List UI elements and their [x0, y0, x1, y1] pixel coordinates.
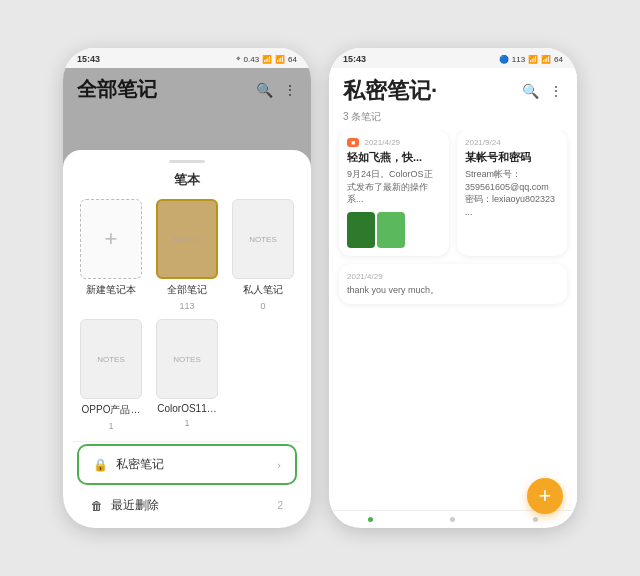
- right-signal-text: 113: [512, 55, 525, 64]
- note-date-tag-1: ■: [347, 138, 359, 147]
- phones-container: 15:43 ⌖ 0.43 📶 📶 64 全部笔记 🔍 ⋮: [63, 48, 577, 528]
- right-status-bar: 15:43 🔵 113 📶 📶 64: [329, 48, 577, 68]
- delete-count: 2: [277, 500, 283, 511]
- left-status-icons: ⌖ 0.43 📶 📶 64: [236, 54, 297, 64]
- note-preview-2: Stream帐号：359561605@qq.com 密码：lexiaoyu802…: [465, 168, 559, 218]
- notebook-cover-private: NOTES: [232, 199, 294, 279]
- signal-text: 0.43: [244, 55, 260, 64]
- right-wifi-icon: 📶: [528, 55, 538, 64]
- notebook-label-private: 私人笔记: [243, 283, 283, 297]
- notebook-count-coloros: 1: [184, 418, 189, 428]
- plus-icon: +: [105, 226, 118, 252]
- note-image-light: [377, 212, 405, 248]
- menu-item-private-notes[interactable]: 🔒 私密笔记 ›: [77, 444, 297, 485]
- notebook-cover-text-all: NOTES: [173, 235, 201, 244]
- menu-item-recent-delete[interactable]: 🗑 最近删除 2: [77, 487, 297, 524]
- notebook-label-new: 新建笔记本: [86, 283, 136, 297]
- notes-count: 3 条笔记: [329, 110, 577, 130]
- notebook-cover-coloros: NOTES: [156, 319, 218, 399]
- notes-list: ■ 2021/4/29 轻如飞燕，快... 9月24日。ColorOS正式发布了…: [329, 130, 577, 510]
- note-card-3[interactable]: 2021/4/29 thank you very much。: [339, 264, 567, 305]
- notebook-item-new[interactable]: + 新建笔记本: [77, 199, 145, 311]
- right-battery-icon: 64: [554, 55, 563, 64]
- note-title-2: 某帐号和密码: [465, 150, 559, 165]
- nav-dot-1[interactable]: [368, 517, 373, 522]
- left-phone: 15:43 ⌖ 0.43 📶 📶 64 全部笔记 🔍 ⋮: [63, 48, 311, 528]
- modal-handle[interactable]: [169, 160, 205, 163]
- notebook-modal: 笔本 + 新建笔记本 NOTES 全部笔记: [63, 150, 311, 526]
- right-search-icon[interactable]: 🔍: [522, 83, 539, 99]
- notes-row-1: ■ 2021/4/29 轻如飞燕，快... 9月24日。ColorOS正式发布了…: [339, 130, 567, 256]
- lock-icon: 🔒: [93, 458, 108, 472]
- note-card-1[interactable]: ■ 2021/4/29 轻如飞燕，快... 9月24日。ColorOS正式发布了…: [339, 130, 449, 256]
- notebook-item-oppo[interactable]: NOTES OPPO产品… 1: [77, 319, 145, 431]
- notebook-cover-oppo: NOTES: [80, 319, 142, 399]
- note-date-2: 2021/9/24: [465, 138, 559, 147]
- menu-label-delete: 最近删除: [111, 497, 159, 514]
- notebook-count-all: 113: [179, 301, 194, 311]
- battery-icon: 64: [288, 55, 297, 64]
- note-title-1: 轻如飞燕，快...: [347, 150, 441, 165]
- nav-dot-3[interactable]: [533, 517, 538, 522]
- note-preview-1: 9月24日。ColorOS正式发布了最新的操作系...: [347, 168, 441, 206]
- notebook-count-private: 0: [260, 301, 265, 311]
- right-main: 私密笔记· 🔍 ⋮ 3 条笔记 ■ 2021/4/29 轻如飞燕，快: [329, 68, 577, 526]
- bottom-menu: 🔒 私密笔记 › 🗑 最近删除 2: [73, 441, 301, 524]
- nav-dot-2[interactable]: [450, 517, 455, 522]
- menu-label-private: 私密笔记: [116, 456, 164, 473]
- notebook-label-oppo: OPPO产品…: [82, 403, 141, 417]
- right-header-icons: 🔍 ⋮: [522, 83, 563, 99]
- chevron-right-icon: ›: [277, 459, 281, 471]
- notebook-count-oppo: 1: [108, 421, 113, 431]
- note-date-3: 2021/4/29: [347, 272, 559, 281]
- notebook-cover-all: NOTES: [156, 199, 218, 279]
- bluetooth-icon: ⌖: [236, 54, 241, 64]
- notebook-cover-text-coloros: NOTES: [173, 355, 201, 364]
- right-bluetooth-icon: 🔵: [499, 55, 509, 64]
- right-header: 私密笔记· 🔍 ⋮: [329, 68, 577, 110]
- notebook-cover-new: +: [80, 199, 142, 279]
- notebook-item-private[interactable]: NOTES 私人笔记 0: [229, 199, 297, 311]
- note-image-dark: [347, 212, 375, 248]
- trash-icon: 🗑: [91, 499, 103, 513]
- notebook-item-all[interactable]: NOTES 全部笔记 113: [153, 199, 221, 311]
- left-main: 全部笔记 🔍 ⋮ 笔本 + 新建笔记本: [63, 68, 311, 526]
- signal-icon: 📶: [275, 55, 285, 64]
- note-date-1: ■ 2021/4/29: [347, 138, 441, 147]
- right-phone: 15:43 🔵 113 📶 📶 64 私密笔记· 🔍 ⋮ 3 条笔记: [329, 48, 577, 528]
- notebook-label-coloros: ColorOS11…: [157, 403, 216, 414]
- notebook-item-coloros[interactable]: NOTES ColorOS11… 1: [153, 319, 221, 431]
- fab-plus-icon: +: [539, 483, 552, 509]
- notes-row-2: 2021/4/29 thank you very much。: [339, 264, 567, 305]
- notebooks-grid: + 新建笔记本 NOTES 全部笔记 113: [73, 199, 301, 431]
- left-time: 15:43: [77, 54, 100, 64]
- note-image-area-1: [347, 212, 441, 248]
- notebook-cover-text-oppo: NOTES: [97, 355, 125, 364]
- right-page-title: 私密笔记·: [343, 76, 522, 106]
- notebook-cover-text-private: NOTES: [249, 235, 277, 244]
- left-status-bar: 15:43 ⌖ 0.43 📶 📶 64: [63, 48, 311, 68]
- notebook-label-all: 全部笔记: [167, 283, 207, 297]
- fab-add-button[interactable]: +: [527, 478, 563, 514]
- right-more-icon[interactable]: ⋮: [549, 83, 563, 99]
- right-time: 15:43: [343, 54, 366, 64]
- modal-title: 笔本: [73, 171, 301, 189]
- right-signal-icon: 📶: [541, 55, 551, 64]
- note-card-2[interactable]: 2021/9/24 某帐号和密码 Stream帐号：359561605@qq.c…: [457, 130, 567, 256]
- wifi-icon: 📶: [262, 55, 272, 64]
- right-status-icons: 🔵 113 📶 📶 64: [499, 55, 563, 64]
- note-preview-3: thank you very much。: [347, 284, 559, 297]
